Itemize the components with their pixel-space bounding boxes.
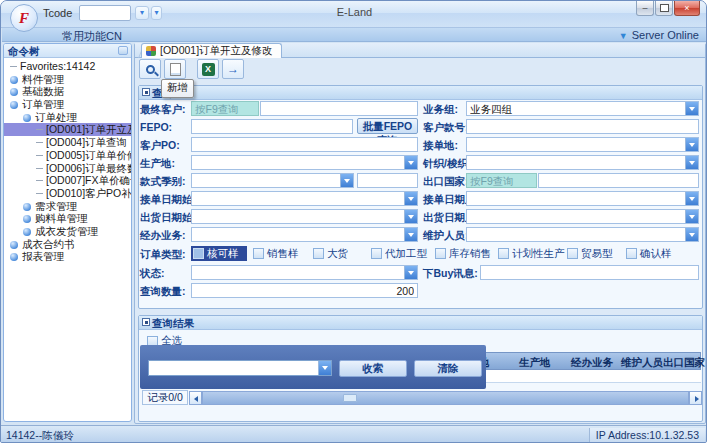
chevron-down-icon[interactable] — [318, 361, 331, 375]
ribbon-tab-common-functions[interactable]: 常用功能CN — [62, 29, 122, 44]
fepo-input[interactable] — [191, 119, 353, 134]
tree-item-material-mgmt[interactable]: 料件管理 — [4, 73, 131, 86]
style-season-select[interactable] — [191, 173, 354, 188]
checkbox-icon[interactable] — [435, 248, 446, 259]
chevron-down-icon[interactable] — [404, 156, 417, 169]
checkbox-icon[interactable] — [193, 248, 204, 259]
checkbox-icon[interactable] — [567, 248, 578, 259]
tree-item-purchase-mgmt[interactable]: 购料单管理 — [4, 212, 131, 225]
knit-woven-select[interactable] — [466, 155, 699, 170]
horizontal-scrollbar[interactable] — [202, 391, 689, 405]
tree-item-od006[interactable]: [OD006]订单最终数量修改 — [4, 162, 131, 175]
chevron-down-icon[interactable] — [685, 192, 698, 205]
maintainer-select[interactable] — [466, 227, 699, 242]
tree-connector — [36, 155, 43, 156]
order-type-planned-production[interactable]: 计划性生产 — [498, 246, 565, 261]
checkbox-icon[interactable] — [371, 248, 382, 259]
pin-icon[interactable] — [118, 46, 128, 55]
tree-item-favorites[interactable]: Favorites:14142 — [4, 60, 131, 73]
chevron-down-icon[interactable] — [685, 156, 698, 169]
buy-info-label: 下Buy讯息: — [423, 267, 478, 281]
tree-item-order-processing[interactable]: 订单处理 — [4, 111, 131, 124]
buy-info-input[interactable] — [480, 265, 699, 280]
clear-button[interactable]: 清除 — [414, 360, 482, 377]
collapse-icon[interactable] — [142, 88, 150, 96]
ship-date-from-picker[interactable] — [191, 209, 418, 224]
tree-item-garment-shipping[interactable]: 成衣发货管理 — [4, 225, 131, 238]
column-header-export-country[interactable]: 出口国家 — [663, 356, 705, 370]
new-button[interactable] — [164, 59, 186, 79]
order-type-sales-sample[interactable]: 销售样 — [253, 246, 299, 261]
final-customer-label: 最终客户: — [140, 103, 186, 117]
scrollbar-thumb[interactable] — [343, 394, 357, 402]
customer-style-input[interactable] — [466, 119, 699, 134]
scroll-left-icon[interactable] — [189, 391, 202, 405]
order-place-select[interactable] — [466, 137, 699, 152]
tree-item-od005[interactable]: [OD005]订单单价修改(新) — [4, 149, 131, 162]
maximize-button[interactable] — [655, 1, 673, 16]
order-type-bulk[interactable]: 大货 — [313, 246, 348, 261]
search-button[interactable] — [139, 59, 161, 79]
chevron-down-icon[interactable] — [340, 174, 353, 187]
order-date-from-picker[interactable] — [191, 191, 418, 206]
order-date-to-picker[interactable] — [466, 191, 699, 206]
eland-logo-icon[interactable]: F — [10, 4, 38, 32]
column-header-maintainer[interactable]: 维护人员 — [621, 356, 663, 370]
business-group-select[interactable]: 业务四组 — [466, 101, 699, 116]
status-label: 状态: — [140, 267, 165, 281]
column-header-handler[interactable]: 经办业务 — [571, 356, 613, 370]
customer-po-input[interactable] — [191, 137, 418, 152]
checkbox-icon[interactable] — [313, 248, 324, 259]
tree-item-report-mgmt[interactable]: 报表管理 — [4, 250, 131, 263]
tree-item-od007[interactable]: [OD007]FX单价确认 — [4, 174, 131, 187]
chevron-down-icon[interactable] — [685, 210, 698, 223]
search-results-button[interactable]: 收索 — [339, 360, 407, 377]
server-status[interactable]: ▼Server Online — [619, 29, 699, 41]
export-country-f9-input[interactable] — [466, 173, 537, 188]
ship-date-to-picker[interactable] — [466, 209, 699, 224]
tree-item-order-mgmt[interactable]: 订单管理 — [4, 98, 131, 111]
checkbox-icon[interactable] — [626, 248, 637, 259]
query-count-label: 查询数量: — [140, 285, 186, 299]
tree-item-od001[interactable]: [OD001]订单开立及修改 — [4, 123, 131, 136]
tree-item-demand-mgmt[interactable]: 需求管理 — [4, 200, 131, 213]
chevron-down-icon[interactable] — [404, 192, 417, 205]
final-customer-f9-input[interactable] — [191, 101, 259, 116]
tree-item-od004[interactable]: [OD004]订单查询 — [4, 136, 131, 149]
new-document-icon — [170, 63, 181, 76]
status-select[interactable] — [191, 265, 418, 280]
order-type-approval-sample[interactable]: 核可样 — [191, 246, 247, 261]
customer-style-label: 客户款号: — [423, 121, 469, 135]
final-customer-input[interactable] — [260, 101, 418, 116]
tree-item-od010[interactable]: [OD010]客户PO补入 — [4, 187, 131, 200]
tab-od001[interactable]: [OD001]订单开立及修改 — [141, 43, 282, 58]
export-excel-button[interactable]: X — [197, 59, 219, 79]
order-type-oem[interactable]: 代加工型 — [371, 246, 427, 261]
batch-fepo-query-button[interactable]: 批量FEPO查询 — [357, 118, 418, 134]
chevron-down-icon[interactable] — [685, 138, 698, 151]
query-count-input[interactable] — [191, 283, 418, 298]
order-type-stock-sale[interactable]: 库存销售 — [435, 246, 491, 261]
filter-combobox[interactable] — [148, 360, 332, 376]
collapse-icon[interactable] — [142, 318, 150, 326]
order-type-confirmation-sample[interactable]: 确认样 — [626, 246, 672, 261]
scroll-right-icon[interactable] — [689, 391, 702, 405]
handler-select[interactable] — [191, 227, 418, 242]
column-header-production-place[interactable]: 生产地 — [519, 356, 551, 370]
chevron-down-icon[interactable] — [404, 228, 417, 241]
checkbox-icon[interactable] — [253, 248, 264, 259]
tree-item-garment-contract[interactable]: 成衣合约书 — [4, 238, 131, 251]
chevron-down-icon[interactable] — [404, 210, 417, 223]
chevron-down-icon[interactable] — [685, 102, 698, 115]
minimize-button[interactable]: – — [636, 1, 654, 16]
tree-item-basic-data[interactable]: 基础数据 — [4, 85, 131, 98]
production-place-select[interactable] — [191, 155, 418, 170]
close-button[interactable]: × — [674, 1, 700, 16]
style-season-input[interactable] — [357, 173, 418, 188]
export-country-input[interactable] — [538, 173, 699, 188]
chevron-down-icon[interactable] — [685, 228, 698, 241]
chevron-down-icon[interactable] — [404, 266, 417, 279]
exit-button[interactable]: → — [222, 59, 244, 79]
checkbox-icon[interactable] — [498, 248, 509, 259]
order-type-trade[interactable]: 贸易型 — [567, 246, 613, 261]
